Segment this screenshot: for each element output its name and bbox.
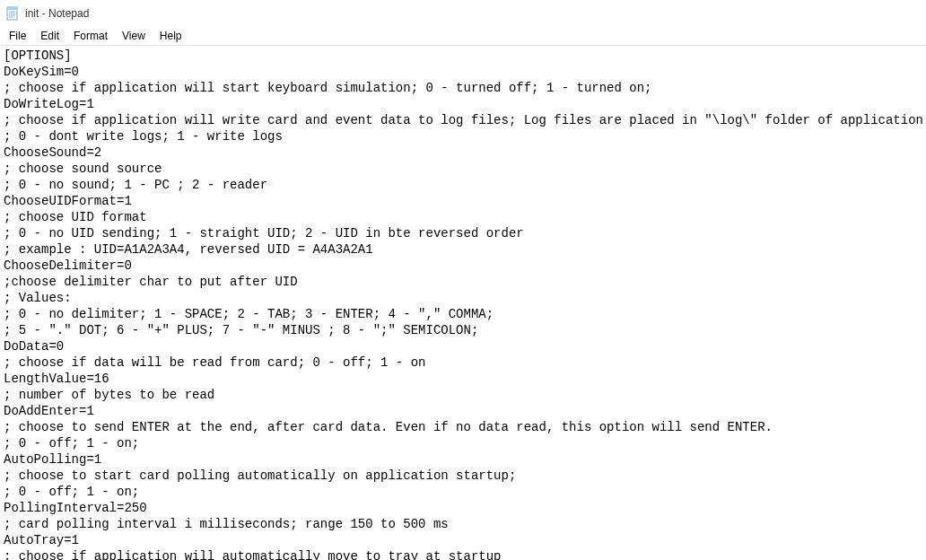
titlebar: init - Notepad [0,0,926,27]
text-editor[interactable]: [OPTIONS] DoKeySim=0 ; choose if applica… [0,46,926,560]
menubar: File Edit Format View Help [0,27,926,46]
menu-help[interactable]: Help [153,28,189,44]
menu-view[interactable]: View [115,28,153,44]
notepad-icon [5,6,20,21]
menu-edit[interactable]: Edit [33,28,66,44]
window-title: init - Notepad [25,7,89,20]
menu-format[interactable]: Format [66,28,115,44]
menu-file[interactable]: File [2,28,33,44]
svg-rect-1 [7,7,17,10]
